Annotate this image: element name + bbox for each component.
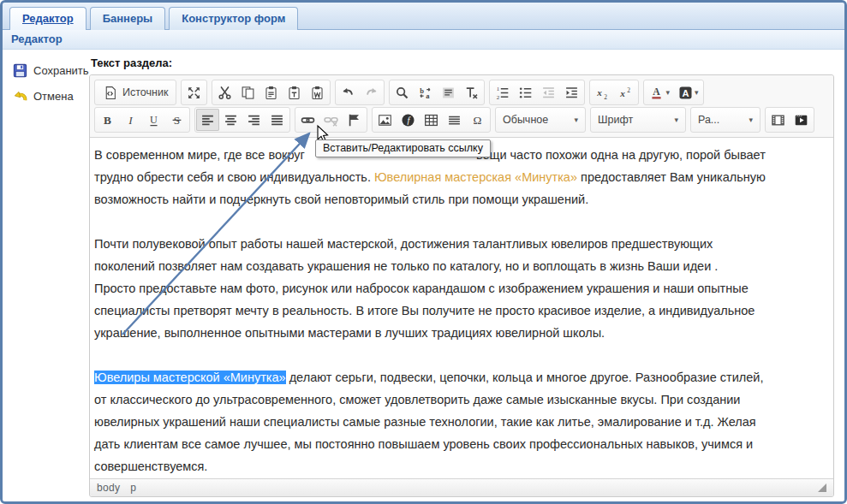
maximize-button[interactable]	[182, 81, 206, 104]
resize-handle-icon[interactable]	[818, 483, 826, 492]
element-path-p[interactable]: p	[130, 482, 136, 494]
font-combo[interactable]: Шрифт▾	[592, 109, 684, 131]
find-icon	[395, 86, 409, 100]
italic-button[interactable]: I	[119, 109, 142, 131]
outdent-button[interactable]	[537, 81, 560, 104]
toolbar-group: A▾A▾	[643, 80, 704, 105]
image-icon	[378, 113, 392, 127]
table-button[interactable]	[420, 109, 443, 131]
image-button[interactable]	[373, 109, 397, 131]
text-color-button[interactable]: A▾	[645, 81, 674, 104]
editor-paragraph: Почти полувековой опыт работы нашей маст…	[94, 233, 829, 344]
align-right-button[interactable]	[242, 109, 265, 131]
bold-button[interactable]: B	[96, 109, 119, 131]
replace-icon: ba	[418, 86, 432, 100]
undo-arrow-icon	[13, 89, 27, 104]
toolbar-group: fΩ	[372, 107, 491, 133]
cut-icon	[218, 86, 232, 100]
redo-button[interactable]	[360, 81, 383, 104]
save-button[interactable]: Сохранить	[3, 58, 87, 84]
toolbar-group: Обычное▾	[495, 107, 586, 133]
rich-text-editor: Источникba12x2x2A▾A▾BIUSfΩОбычное▾Шрифт▾…	[89, 74, 834, 497]
toolbar-group	[765, 107, 814, 133]
strike-icon: S	[170, 113, 184, 127]
align-left-icon	[200, 113, 215, 127]
format-combo[interactable]: Обычное▾	[497, 109, 584, 131]
redo-icon	[364, 86, 379, 100]
body-text: от классического до ультрасовременного, …	[94, 393, 740, 406]
bulleted-list-button[interactable]	[514, 81, 537, 104]
link-button[interactable]	[296, 109, 319, 131]
svg-text:2: 2	[497, 93, 500, 99]
cut-button[interactable]	[213, 81, 236, 104]
cancel-button-label: Отмена	[33, 90, 74, 103]
body-text: В современном мире, где все вокруг	[94, 148, 308, 162]
panel-title: Редактор	[3, 30, 844, 50]
underline-icon: U	[146, 113, 161, 127]
editor-toolbar: Источникba12x2x2A▾A▾BIUSfΩОбычное▾Шрифт▾…	[90, 75, 833, 138]
brand-colored-text: Ювелирная мастерская «Минутка»	[374, 170, 577, 184]
special-char-icon: Ω	[470, 113, 485, 127]
italic-icon: I	[123, 113, 138, 127]
remove-format-button[interactable]	[460, 81, 483, 104]
select-all-button[interactable]	[437, 81, 460, 104]
copy-icon	[241, 86, 255, 100]
body-text: возможность найти и подчеркнуть свой неп…	[94, 193, 588, 206]
editor-status-bar: bodyp	[90, 478, 833, 496]
size-combo[interactable]: Ра...▾	[692, 109, 759, 131]
flash-button[interactable]: f	[397, 109, 420, 131]
align-center-button[interactable]	[219, 109, 242, 131]
horizontal-rule-icon	[447, 113, 462, 127]
special-char-button[interactable]: Ω	[466, 109, 489, 131]
tab-2[interactable]: Конструктор форм	[169, 7, 298, 30]
horizontal-rule-button[interactable]	[443, 109, 466, 131]
superscript-button[interactable]: x2	[614, 81, 637, 104]
source-button[interactable]: Источник	[96, 81, 175, 104]
film-button[interactable]	[766, 109, 790, 131]
replace-button[interactable]: ba	[414, 81, 437, 104]
undo-button[interactable]	[337, 81, 360, 104]
bulleted-list-icon	[518, 86, 533, 100]
svg-text:A: A	[682, 87, 689, 98]
outdent-icon	[541, 86, 556, 100]
paste-word-button[interactable]	[306, 81, 329, 104]
toolbar-group: Шрифт▾	[590, 107, 686, 133]
tab-0[interactable]: Редактор	[9, 7, 86, 30]
toolbar-group: BIUS	[94, 107, 190, 133]
toolbar-group	[335, 80, 385, 105]
align-left-button[interactable]	[196, 109, 219, 131]
numbered-list-button[interactable]: 12	[491, 81, 514, 104]
body-text: ювелирных украшений наши специалисты сам…	[94, 415, 756, 429]
table-icon	[424, 113, 438, 127]
sidebar: Сохранить Отмена	[3, 50, 87, 502]
bg-color-button[interactable]: A▾	[674, 81, 703, 104]
video-button[interactable]	[790, 109, 813, 131]
editor-paragraph: Ювелиры мастерской «Минутка» делают серь…	[94, 366, 829, 477]
unlink-button[interactable]	[319, 109, 343, 131]
chevron-down-icon: ▾	[674, 116, 678, 124]
copy-button[interactable]	[236, 81, 259, 104]
paste-button[interactable]	[259, 81, 283, 104]
subscript-button[interactable]: x2	[591, 81, 614, 104]
tab-1[interactable]: Баннеры	[90, 7, 166, 30]
find-button[interactable]	[391, 81, 414, 104]
svg-text:Ω: Ω	[474, 114, 482, 127]
editor-content-area[interactable]: В современном мире, где все вокруг вещи …	[90, 138, 833, 478]
align-justify-button[interactable]	[265, 109, 289, 131]
svg-text:2: 2	[605, 92, 608, 99]
body-text: украшение, выполненное опытными мастерам…	[94, 326, 605, 340]
element-path-body[interactable]: body	[97, 482, 120, 494]
toolbar-group: x2x2	[589, 80, 639, 105]
body-text: совершенствуемся.	[94, 460, 207, 473]
paste-text-button[interactable]	[283, 81, 306, 104]
top-tab-bar: РедакторБаннерыКонструктор форм	[3, 3, 844, 30]
body-text: Почти полувековой опыт работы нашей маст…	[94, 237, 713, 251]
flash-icon: f	[401, 113, 415, 127]
anchor-button[interactable]	[343, 109, 366, 131]
numbered-list-icon: 12	[495, 86, 510, 100]
underline-button[interactable]: U	[142, 109, 165, 131]
cancel-button[interactable]: Отмена	[3, 84, 87, 110]
body-text: делают серьги, подвески, цепочки, кольца…	[286, 371, 764, 384]
indent-button[interactable]	[560, 81, 583, 104]
strike-button[interactable]: S	[165, 109, 188, 131]
